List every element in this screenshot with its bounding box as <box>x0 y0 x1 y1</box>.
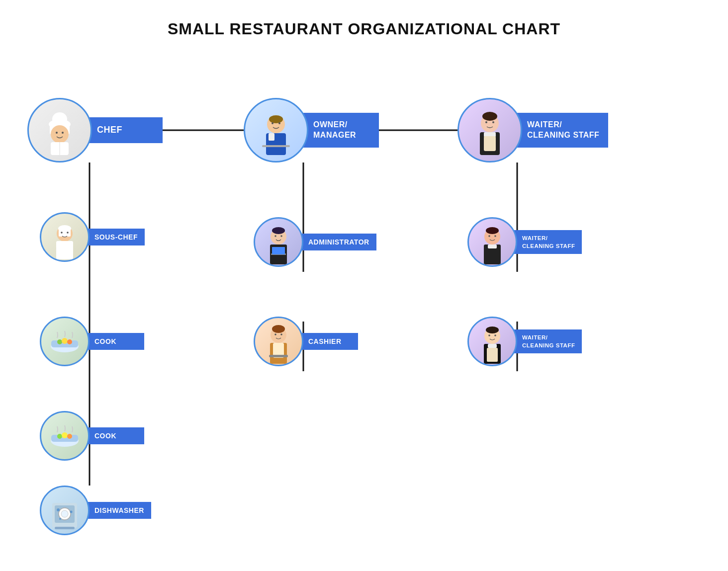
node-cook-1: COOK <box>40 317 144 366</box>
node-chef: CHEF <box>27 98 163 163</box>
svg-point-44 <box>494 235 496 237</box>
svg-point-9 <box>51 125 69 143</box>
svg-rect-30 <box>59 229 71 237</box>
svg-rect-78 <box>55 527 75 529</box>
svg-rect-19 <box>269 133 274 141</box>
svg-rect-33 <box>56 241 73 259</box>
svg-point-75 <box>57 508 60 511</box>
cook-2-avatar <box>40 411 90 461</box>
svg-point-60 <box>486 326 499 333</box>
owner-avatar <box>244 98 308 163</box>
svg-rect-20 <box>262 145 290 147</box>
node-waiter-top: WAITER/CLEANING STAFF <box>457 98 608 163</box>
svg-point-55 <box>280 333 282 335</box>
svg-point-50 <box>62 338 68 344</box>
node-waiter-3: WAITER/CLEANING STAFF <box>467 317 582 366</box>
svg-point-74 <box>61 510 68 517</box>
chef-avatar <box>27 98 92 163</box>
dishwasher-avatar <box>40 486 90 535</box>
page-title: SMALL RESTAURANT ORGANIZATIONAL CHART <box>0 0 728 53</box>
svg-point-69 <box>62 432 68 438</box>
svg-point-42 <box>486 227 499 234</box>
svg-rect-64 <box>488 344 497 348</box>
svg-rect-46 <box>488 245 497 248</box>
svg-point-68 <box>57 434 62 439</box>
waiter-3-label: WAITER/CLEANING STAFF <box>507 329 582 353</box>
svg-point-53 <box>272 325 285 333</box>
svg-point-16 <box>272 122 273 124</box>
svg-point-36 <box>274 235 276 237</box>
svg-point-24 <box>492 121 494 123</box>
waiter-2-label: WAITER/CLEANING STAFF <box>507 230 582 254</box>
svg-point-23 <box>485 121 487 123</box>
svg-point-11 <box>62 132 64 134</box>
admin-avatar <box>254 217 303 267</box>
svg-point-35 <box>272 227 285 234</box>
svg-point-8 <box>52 112 67 126</box>
node-owner: OWNER/MANAGER <box>244 98 379 163</box>
waiter-top-label: WAITER/CLEANING STAFF <box>508 113 608 148</box>
svg-point-15 <box>269 115 283 123</box>
svg-point-22 <box>482 112 497 121</box>
svg-point-51 <box>67 339 72 344</box>
node-cook-2: COOK <box>40 411 144 461</box>
waiter-3-avatar <box>467 317 517 366</box>
svg-point-61 <box>488 334 490 336</box>
node-sous-chef: SOUS-CHEF <box>40 212 145 262</box>
svg-point-31 <box>61 232 63 234</box>
svg-point-10 <box>56 132 58 134</box>
svg-point-76 <box>70 511 73 513</box>
svg-rect-65 <box>487 348 498 362</box>
admin-label: ADMINISTRATOR <box>293 234 376 250</box>
svg-point-49 <box>57 339 62 344</box>
waiter-2-avatar <box>467 217 517 267</box>
svg-point-70 <box>67 434 72 439</box>
node-cashier: CASHIER <box>254 317 358 366</box>
svg-rect-58 <box>269 355 288 357</box>
svg-rect-27 <box>484 136 496 151</box>
cashier-avatar <box>254 317 303 366</box>
svg-rect-40 <box>272 247 285 254</box>
sous-chef-avatar <box>40 212 90 262</box>
svg-point-37 <box>280 235 282 237</box>
svg-point-62 <box>494 334 496 336</box>
waiter-top-avatar <box>457 98 522 163</box>
node-waiter-2: WAITER/CLEANING STAFF <box>467 217 582 267</box>
svg-point-32 <box>67 232 69 234</box>
node-administrator: ADMINISTRATOR <box>254 217 376 267</box>
org-chart: CHEF OWNER/MANAGER <box>0 53 728 550</box>
svg-point-43 <box>488 235 490 237</box>
dishwasher-label: DISHWASHER <box>80 502 151 519</box>
svg-point-54 <box>274 333 276 335</box>
node-dishwasher: DISHWASHER <box>40 486 151 535</box>
svg-point-17 <box>278 122 280 124</box>
svg-point-77 <box>59 518 61 520</box>
cook-1-avatar <box>40 317 90 366</box>
